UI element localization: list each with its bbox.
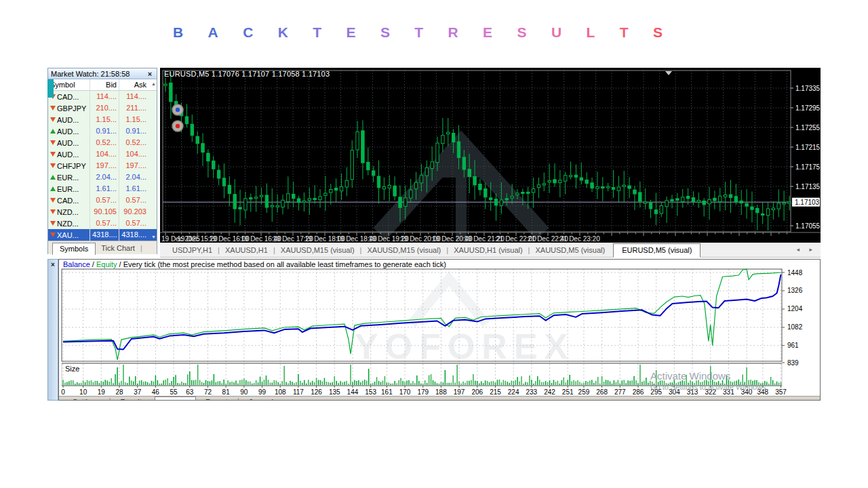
title-letter: R — [448, 24, 458, 41]
market-watch-row[interactable]: EUR...1.61...1.61... — [48, 183, 157, 195]
arrow-down-icon — [50, 106, 56, 110]
svg-text:YOFOREX: YOFOREX — [355, 327, 574, 366]
market-watch-row[interactable]: CHFJPY197....197.... — [48, 160, 157, 171]
market-watch-row[interactable]: CAD...0.57...0.57... — [48, 195, 157, 206]
market-watch-tabs: SymbolsTick Chart | — [48, 241, 157, 254]
chart-tab[interactable]: XAUUSD,M5 (visual) — [530, 246, 610, 254]
tester-y-axis: 1448132612041082961839 — [782, 269, 803, 367]
market-watch-row[interactable]: XAU...4318....4318....▼ — [48, 229, 157, 241]
chart-tab[interactable]: USDJPY,H1 — [167, 246, 218, 254]
y-axis-label: 1326 — [787, 287, 803, 294]
ask-value: 1.15... — [119, 114, 149, 125]
market-watch-row[interactable]: NZD...90.10590.203 — [48, 206, 157, 218]
price-axis-label: 1.17295 — [795, 104, 821, 112]
bid-value: 90.105 — [90, 206, 119, 218]
arrow-down-icon — [50, 198, 56, 203]
market-watch-tab-symbols[interactable]: Symbols — [52, 243, 96, 255]
symbol-name: AUD... — [57, 150, 79, 159]
chart-tab[interactable]: XAUUSD,M15 (visual) — [275, 246, 360, 254]
tab-scroll-arrows-icon[interactable]: ◂ ▸ — [796, 246, 816, 253]
market-watch-panel: Market Watch: 21:58:58 × Symbol Bid Ask … — [47, 68, 157, 254]
scroll-down-icon[interactable]: ▼ — [151, 235, 156, 239]
y-axis-label: 839 — [787, 359, 799, 367]
ask-value: 0.57... — [119, 218, 149, 229]
y-axis-label: 961 — [787, 342, 799, 349]
market-watch-row[interactable]: GBPJPY210....211.... — [48, 102, 157, 114]
x-axis-label: 286 — [633, 388, 644, 396]
y-axis-label: 1448 — [787, 269, 803, 277]
tab-separator: | — [140, 243, 142, 254]
market-watch-title: Market Watch: 21:58:58 — [51, 70, 146, 78]
scroll-up-icon[interactable]: ▲ — [151, 81, 156, 86]
ask-value: 197.... — [119, 160, 149, 171]
title-letter: U — [551, 24, 561, 41]
tester-grid — [62, 269, 782, 386]
market-watch-tab-tick-chart[interactable]: Tick Chart — [96, 243, 140, 254]
market-watch-row[interactable]: AUD...104....104.... — [48, 148, 157, 160]
symbol-cell: CAD... — [48, 195, 90, 206]
chart-tab[interactable]: XAUUSD,H1 (visual) — [448, 246, 528, 254]
arrow-up-icon — [50, 186, 56, 191]
backtest-results-page: { "title": { "text": "BACKTEST RESULTS",… — [0, 0, 868, 488]
x-axis-label: 295 — [650, 388, 662, 396]
bid-value: 0.57... — [90, 195, 119, 206]
close-icon[interactable]: × — [48, 261, 58, 268]
arrow-up-icon — [50, 175, 56, 180]
tester-tab-journal[interactable]: Journal — [241, 396, 281, 401]
tester-graph-area: Balance / Equity / Every tick (the most … — [58, 259, 821, 401]
chart-tab-active[interactable]: EURUSD,M5 (visual) — [613, 243, 701, 258]
bid-value: 2.04... — [90, 171, 119, 183]
market-watch-header: Symbol Bid Ask ▲ — [48, 79, 157, 91]
market-watch-row[interactable]: EUR...2.04...2.04... — [48, 171, 157, 183]
tab-separator: | — [237, 396, 239, 401]
market-watch-row[interactable]: CAD...114....114.... — [48, 91, 157, 102]
market-watch-row[interactable]: AUD...1.15...1.15... — [48, 114, 157, 125]
symbol-cell: AUD... — [48, 114, 90, 125]
title-letter: T — [620, 24, 629, 41]
symbol-name: NZD... — [57, 220, 79, 228]
title-letter: K — [278, 24, 288, 41]
legend-method: Every tick (the most precise method base… — [123, 260, 446, 268]
legend-sep: / — [117, 260, 123, 268]
price-axis: 1.173351.172951.172551.172151.171751.171… — [791, 85, 821, 230]
symbol-name: AUD... — [57, 127, 79, 136]
x-axis-label: 46 — [152, 388, 160, 396]
tester-tab-settings[interactable]: Settings — [64, 396, 108, 401]
title-letter: S — [517, 24, 526, 41]
x-axis-label: 28 — [115, 388, 123, 396]
tester-panel-label: Tester — [49, 393, 57, 401]
chart-tab[interactable]: XAUUSD,M15 (visual) — [361, 246, 446, 254]
tester-tab-graph[interactable]: Graph — [155, 396, 196, 401]
price-axis-label: 1.17255 — [795, 124, 821, 131]
x-axis-label: 233 — [526, 388, 538, 396]
x-axis-label: 304 — [669, 388, 680, 396]
x-axis-label: 215 — [490, 388, 501, 396]
symbol-cell: CAD... — [48, 91, 90, 102]
symbol-name: CHFJPY — [57, 162, 86, 170]
candlestick-chart-canvas: 1.173351.172951.172551.172151.171751.171… — [160, 68, 821, 243]
symbol-name: EUR... — [57, 174, 79, 182]
x-axis-label: 313 — [687, 388, 698, 396]
tester-tab-report[interactable]: Report — [197, 396, 236, 401]
bid-value: 104.... — [90, 148, 119, 160]
price-chart[interactable]: 1.173351.172951.172551.172151.171751.171… — [160, 68, 821, 243]
tester-tab-results[interactable]: Results — [113, 396, 154, 401]
ask-value: 211.... — [119, 102, 149, 114]
x-axis-label: 206 — [471, 388, 483, 396]
market-watch-row[interactable]: AUD...0.91...0.91... — [48, 125, 157, 137]
chart-tab[interactable]: XAUUSD,H1 — [220, 246, 273, 254]
bid-value: 197.... — [90, 160, 119, 171]
time-axis-label: 21 Dec 23:20 — [559, 235, 600, 243]
ask-value: 1.61... — [119, 183, 149, 195]
market-watch-row[interactable]: AUD...0.52...0.52... — [48, 137, 157, 148]
close-icon[interactable]: × — [146, 70, 154, 78]
x-axis-label: 179 — [417, 388, 429, 396]
symbol-name: CAD... — [57, 93, 79, 101]
market-watch-row[interactable]: NZD...0.57...0.57... — [48, 218, 157, 229]
ask-value: 90.203 — [119, 206, 149, 218]
tab-separator: | — [109, 396, 111, 401]
y-axis-label: 1204 — [787, 305, 803, 312]
price-axis-label: 1.17055 — [795, 222, 821, 230]
ask-value: 114.... — [119, 91, 149, 102]
title-letter: B — [173, 24, 183, 41]
